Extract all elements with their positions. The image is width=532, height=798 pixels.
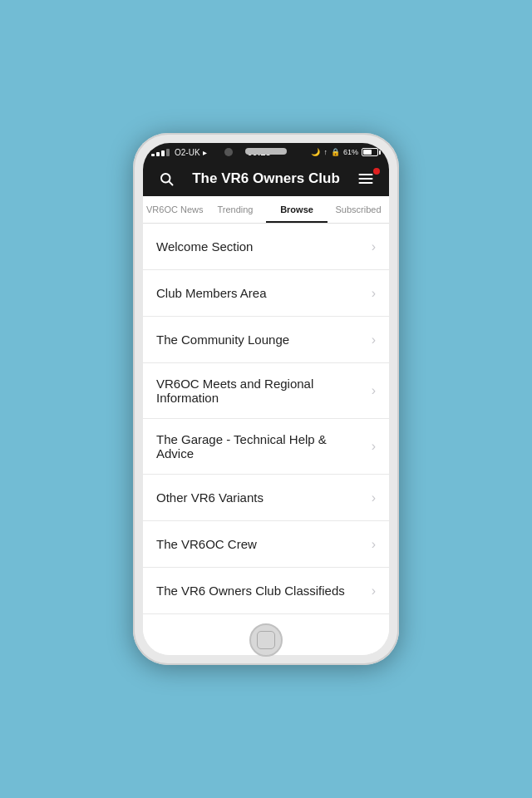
list-item-label: The VR6 Owners Club Classifieds	[156, 584, 365, 598]
status-right: 🌙 ↑ 🔒 61%	[311, 148, 381, 156]
battery-icon	[362, 148, 381, 156]
speaker	[245, 148, 287, 155]
search-button[interactable]	[155, 171, 178, 186]
chevron-right-icon: ›	[372, 286, 376, 301]
status-left: O2-UK ▸	[151, 148, 207, 157]
list-item-label: Welcome Section	[156, 239, 365, 254]
arrow-icon: ↑	[323, 148, 328, 156]
moon-icon: 🌙	[311, 148, 320, 156]
home-button[interactable]	[249, 623, 283, 657]
chevron-right-icon: ›	[372, 439, 376, 454]
list-item-label: The Community Lounge	[156, 332, 365, 347]
list-item-meets-regional[interactable]: VR6OC Meets and Regional Information ›	[143, 363, 389, 419]
signal-dot-4	[166, 149, 170, 156]
phone-screen: O2-UK ▸ 00:18 🌙 ↑ 🔒 61%	[143, 143, 389, 655]
chevron-right-icon: ›	[372, 332, 376, 347]
list-item-label: Club Members Area	[156, 286, 365, 300]
battery-tip	[379, 150, 381, 155]
tab-browse[interactable]: Browse	[266, 196, 328, 223]
list-item-label: The VR6OC Crew	[156, 537, 365, 551]
tab-subscribed[interactable]: Subscribed	[328, 196, 389, 223]
lock-icon: 🔒	[331, 148, 340, 156]
browse-list: Welcome Section › Club Members Area › Th…	[143, 224, 389, 655]
signal-dot-1	[151, 154, 155, 156]
carrier-label: O2-UK	[175, 148, 200, 157]
chevron-right-icon: ›	[372, 239, 376, 254]
battery-body	[362, 148, 378, 156]
front-camera	[224, 148, 233, 156]
battery-percent: 61%	[343, 148, 358, 156]
list-item-label: VR6OC Meets and Regional Information	[156, 377, 365, 405]
list-item-club-members-area[interactable]: Club Members Area ›	[143, 270, 389, 317]
chevron-right-icon: ›	[372, 383, 376, 398]
app-title: The VR6 Owners Club	[178, 170, 354, 187]
list-item-label: The Garage - Technical Help & Advice	[156, 432, 365, 461]
list-item-label: Other VR6 Variants	[156, 490, 365, 505]
chevron-right-icon: ›	[372, 490, 376, 505]
list-item-welcome-section[interactable]: Welcome Section ›	[143, 224, 389, 270]
tab-bar: VR6OC News Trending Browse Subscribed	[143, 196, 389, 224]
home-button-inner	[257, 631, 275, 649]
chevron-right-icon: ›	[372, 537, 376, 552]
chevron-right-icon: ›	[372, 584, 376, 598]
signal-dot-2	[156, 152, 160, 156]
list-item-community-lounge[interactable]: The Community Lounge ›	[143, 317, 389, 363]
tab-vr6oc-news[interactable]: VR6OC News	[143, 196, 204, 223]
notification-badge	[373, 168, 380, 175]
list-item-garage-tech[interactable]: The Garage - Technical Help & Advice ›	[143, 419, 389, 475]
tab-trending[interactable]: Trending	[204, 196, 266, 223]
signal-dot-3	[161, 150, 165, 156]
list-item-other-variants[interactable]: Other VR6 Variants ›	[143, 475, 389, 521]
svg-line-1	[169, 181, 172, 185]
wifi-icon: ▸	[203, 148, 207, 157]
app-header: The VR6 Owners Club	[143, 161, 389, 196]
battery-fill	[363, 150, 372, 155]
signal-strength	[151, 149, 170, 156]
list-item-crew[interactable]: The VR6OC Crew ›	[143, 521, 389, 568]
phone-device: O2-UK ▸ 00:18 🌙 ↑ 🔒 61%	[133, 133, 399, 665]
menu-button[interactable]	[354, 170, 377, 187]
list-item-classifieds[interactable]: The VR6 Owners Club Classifieds ›	[143, 568, 389, 614]
